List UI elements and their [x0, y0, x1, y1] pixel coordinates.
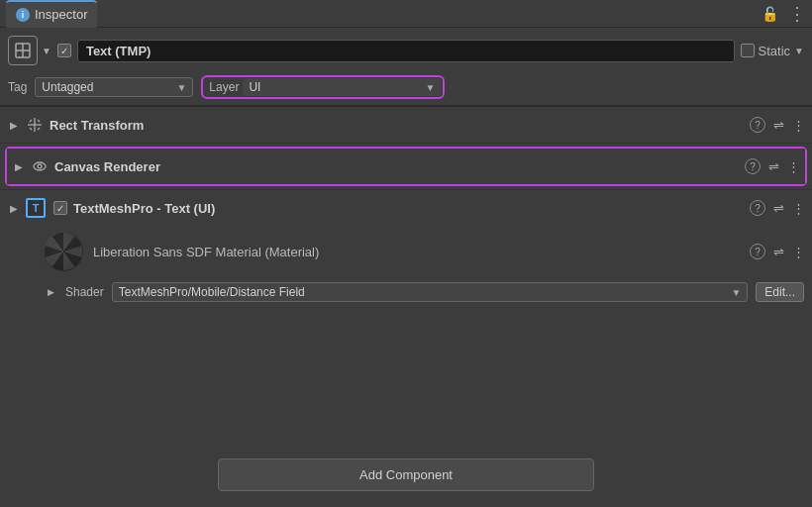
textmeshpro-icon: T [26, 198, 46, 218]
object-active-checkbox[interactable]: ✓ [57, 44, 71, 57]
shader-label: Shader [65, 285, 104, 299]
shader-arrow-icon: ▼ [731, 287, 741, 298]
layer-select[interactable]: UI ▼ [243, 78, 441, 96]
material-more-icon[interactable]: ⋮ [792, 245, 804, 259]
canvas-renderer-settings-icon[interactable]: ⇌ [768, 159, 779, 174]
material-name: Liberation Sans SDF Material (Material) [93, 245, 740, 259]
svg-line-7 [30, 128, 32, 130]
svg-line-8 [38, 128, 40, 130]
static-group: Static ▼ [741, 44, 804, 58]
rect-transform-help-icon[interactable]: ? [750, 117, 765, 133]
rect-transform-row: ▶ Rect Transform ? ⇌ ⋮ [0, 107, 812, 143]
shader-edit-button[interactable]: Edit... [756, 282, 804, 302]
inspector-tab-icon: i [16, 8, 30, 22]
add-component-wrap: Add Component [0, 443, 812, 507]
add-component-button[interactable]: Add Component [218, 458, 594, 491]
canvas-renderer-expand[interactable]: ▶ [13, 160, 25, 172]
material-settings-icon[interactable]: ⇌ [773, 245, 784, 259]
svg-point-9 [34, 162, 46, 170]
static-checkbox[interactable] [741, 44, 755, 57]
static-dropdown-arrow[interactable]: ▼ [794, 46, 804, 56]
tag-label: Tag [8, 80, 27, 94]
object-chevron-icon[interactable]: ▼ [42, 46, 51, 56]
canvas-renderer-name: Canvas Renderer [54, 159, 739, 174]
tab-bar: i Inspector 🔓 ⋮ [0, 0, 812, 28]
material-icon [44, 232, 83, 271]
tag-value: Untagged [42, 80, 93, 94]
svg-line-5 [30, 120, 32, 122]
rect-transform-icon [26, 116, 44, 134]
textmeshpro-help-icon[interactable]: ? [750, 200, 765, 216]
material-help-icon[interactable]: ? [750, 244, 765, 259]
canvas-renderer-help-icon[interactable]: ? [745, 158, 761, 174]
inspector-tab-label: Inspector [35, 7, 87, 22]
textmeshpro-actions: ? ⇌ ⋮ [750, 200, 804, 216]
material-row: Liberation Sans SDF Material (Material) … [0, 226, 812, 277]
inspector-tab[interactable]: i Inspector [6, 0, 97, 28]
layer-arrow-icon: ▼ [425, 82, 435, 93]
layer-value: UI [249, 80, 260, 94]
shader-value: TextMeshPro/Mobile/Distance Field [119, 285, 305, 299]
tab-bar-actions: 🔓 ⋮ [761, 3, 806, 25]
canvas-renderer-actions: ? ⇌ ⋮ [745, 158, 799, 174]
material-actions: ? ⇌ ⋮ [750, 244, 804, 259]
canvas-renderer-more-icon[interactable]: ⋮ [787, 159, 799, 174]
material-icon-inner [45, 233, 82, 270]
shader-collapse-arrow[interactable]: ▶ [44, 287, 57, 297]
textmeshpro-checkbox[interactable]: ✓ [53, 201, 67, 215]
shader-select[interactable]: TextMeshPro/Mobile/Distance Field ▼ [112, 282, 749, 302]
lock-icon[interactable]: 🔓 [761, 6, 778, 22]
textmeshpro-settings-icon[interactable]: ⇌ [773, 201, 784, 216]
svg-line-6 [38, 120, 40, 122]
tag-layer-row: Tag Untagged ▼ Layer UI ▼ [0, 71, 812, 105]
static-label: Static [759, 44, 791, 58]
inspector-panel: ▼ ✓ Static ▼ Tag Untagged ▼ Layer UI ▼ ▶ [0, 28, 812, 507]
rect-transform-name: Rect Transform [50, 118, 744, 133]
layer-label: Layer [205, 80, 239, 94]
rect-transform-actions: ? ⇌ ⋮ [750, 117, 804, 133]
rect-transform-settings-icon[interactable]: ⇌ [773, 118, 784, 133]
textmeshpro-more-icon[interactable]: ⋮ [792, 201, 804, 216]
object-type-icon [8, 36, 38, 65]
object-header: ▼ ✓ Static ▼ [0, 28, 812, 71]
rect-transform-more-icon[interactable]: ⋮ [792, 118, 804, 133]
textmeshpro-row: ▶ T ✓ TextMeshPro - Text (UI) ? ⇌ ⋮ [0, 190, 812, 226]
textmeshpro-name: TextMeshPro - Text (UI) [73, 201, 744, 216]
textmeshpro-expand[interactable]: ▶ [8, 202, 20, 214]
rect-transform-expand[interactable]: ▶ [8, 119, 20, 131]
canvas-renderer-wrapper: ▶ Canvas Renderer ? ⇌ ⋮ [5, 147, 807, 186]
canvas-renderer-row: ▶ Canvas Renderer ? ⇌ ⋮ [7, 149, 805, 184]
layer-select-wrap: Layer UI ▼ [201, 75, 445, 99]
canvas-renderer-icon [31, 157, 49, 175]
tag-arrow-icon: ▼ [176, 82, 186, 93]
divider-2 [0, 143, 812, 144]
tag-select[interactable]: Untagged ▼ [35, 77, 193, 97]
object-name-field[interactable] [77, 40, 735, 62]
shader-row: ▶ Shader TextMeshPro/Mobile/Distance Fie… [0, 277, 812, 307]
svg-point-10 [38, 164, 42, 168]
more-options-icon[interactable]: ⋮ [788, 3, 806, 25]
